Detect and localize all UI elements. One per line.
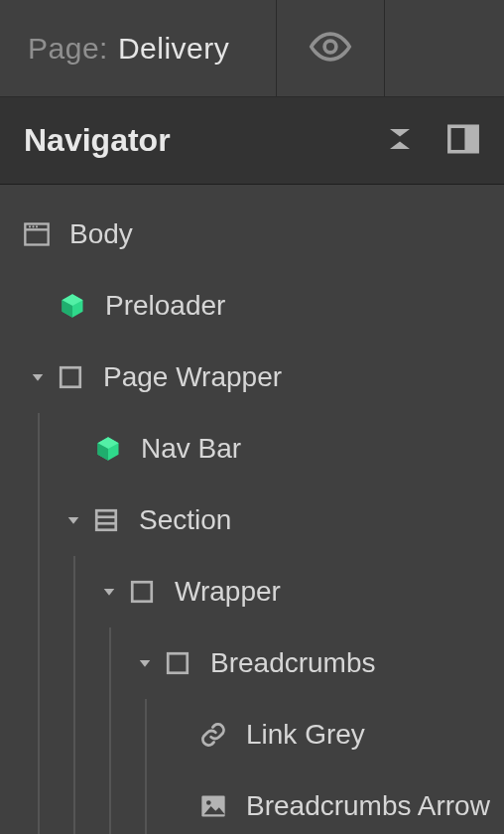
- preview-toggle[interactable]: [276, 0, 385, 96]
- tree-indent-guide: [38, 770, 40, 834]
- tree-item-page-wrapper[interactable]: Page Wrapper: [0, 342, 504, 413]
- tree-indent-guide: [109, 770, 111, 834]
- image-icon: [198, 791, 228, 821]
- top-bar: Page: Delivery: [0, 0, 504, 97]
- svg-rect-2: [464, 126, 477, 152]
- tree-item-breadcrumbs-arrow[interactable]: Breadcrumbs Arrow: [0, 770, 504, 834]
- tree-item-label: Breadcrumbs: [210, 647, 376, 679]
- tree-item-wrapper[interactable]: Wrapper: [0, 556, 504, 627]
- tree-indent-guide: [38, 699, 40, 770]
- svg-point-0: [324, 41, 336, 53]
- tree-indent-guide: [38, 556, 40, 627]
- svg-rect-9: [96, 510, 116, 530]
- tree-indent-guide: [73, 556, 75, 627]
- tree-indent-guide: [145, 699, 147, 770]
- section-icon: [91, 505, 121, 535]
- svg-point-5: [29, 225, 31, 227]
- link-icon: [198, 720, 228, 750]
- tree-indent-guide: [73, 699, 75, 770]
- chevron-down-icon[interactable]: [135, 653, 155, 673]
- tree-indent-guide: [73, 770, 75, 834]
- div-icon: [163, 648, 192, 678]
- chevron-down-icon[interactable]: [28, 367, 48, 387]
- element-tree: Body Preloader Page Wrapper: [0, 185, 504, 834]
- page-name-label: Delivery: [118, 32, 229, 66]
- tree-indent-guide: [109, 627, 111, 699]
- body-icon: [22, 219, 52, 249]
- svg-point-6: [32, 225, 34, 227]
- tree-item-label: Nav Bar: [141, 433, 241, 465]
- chevron-down-icon[interactable]: [63, 510, 83, 530]
- component-icon: [93, 434, 123, 464]
- tree-item-label: Section: [139, 504, 231, 536]
- tree-item-preloader[interactable]: Preloader: [0, 270, 504, 342]
- tree-indent-guide: [38, 627, 40, 699]
- div-icon: [56, 362, 85, 392]
- tree-item-section[interactable]: Section: [0, 485, 504, 556]
- svg-rect-12: [132, 582, 152, 602]
- panel-dock-icon[interactable]: [446, 122, 480, 160]
- tree-item-label: Breadcrumbs Arrow: [246, 790, 490, 822]
- tree-item-breadcrumbs[interactable]: Breadcrumbs: [0, 627, 504, 699]
- tree-item-label: Preloader: [105, 290, 225, 322]
- tree-item-body[interactable]: Body: [0, 199, 504, 270]
- tree-item-label: Wrapper: [175, 576, 281, 608]
- page-prefix-label: Page:: [28, 32, 108, 66]
- tree-indent-guide: [38, 485, 40, 556]
- collapse-icon[interactable]: [385, 124, 415, 158]
- eye-icon: [309, 25, 352, 72]
- svg-point-15: [206, 800, 211, 805]
- svg-rect-13: [168, 653, 188, 673]
- topbar-spacer: [385, 0, 504, 96]
- navigator-header: Navigator: [0, 97, 504, 185]
- tree-item-label: Link Grey: [246, 719, 365, 751]
- svg-point-7: [36, 225, 38, 227]
- tree-item-label: Page Wrapper: [103, 361, 282, 393]
- tree-item-link-grey[interactable]: Link Grey: [0, 699, 504, 770]
- page-selector[interactable]: Page: Delivery: [0, 0, 276, 96]
- tree-indent-guide: [145, 770, 147, 834]
- tree-indent-guide: [73, 627, 75, 699]
- svg-rect-8: [61, 367, 80, 387]
- tree-item-nav-bar[interactable]: Nav Bar: [0, 413, 504, 485]
- chevron-down-icon[interactable]: [99, 582, 119, 602]
- div-icon: [127, 577, 157, 607]
- tree-indent-guide: [38, 413, 40, 485]
- tree-item-label: Body: [69, 218, 133, 250]
- tree-indent-guide: [109, 699, 111, 770]
- component-icon: [58, 291, 87, 321]
- navigator-title: Navigator: [24, 122, 385, 159]
